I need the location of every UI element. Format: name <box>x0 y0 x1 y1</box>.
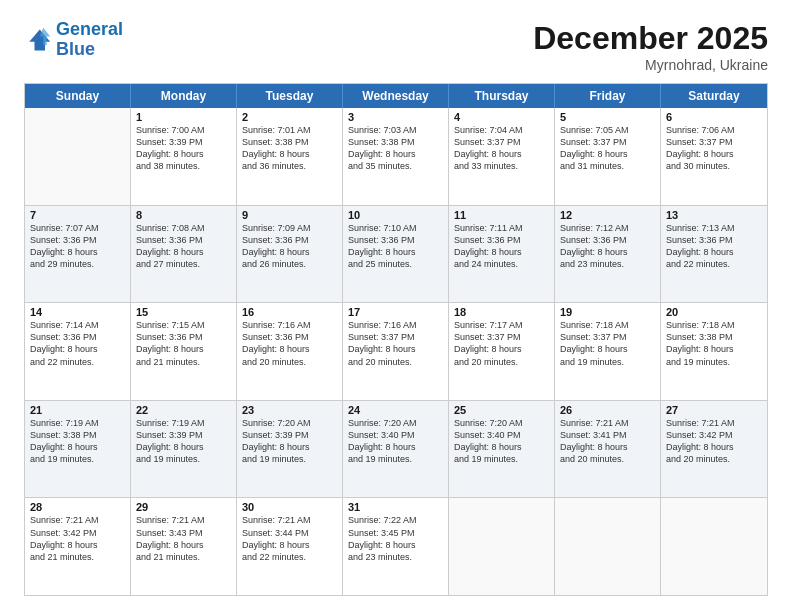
day-info: Sunrise: 7:07 AM Sunset: 3:36 PM Dayligh… <box>30 222 125 271</box>
day-info: Sunrise: 7:09 AM Sunset: 3:36 PM Dayligh… <box>242 222 337 271</box>
day-number: 17 <box>348 306 443 318</box>
day-cell-16: 16Sunrise: 7:16 AM Sunset: 3:36 PM Dayli… <box>237 303 343 400</box>
day-number: 25 <box>454 404 549 416</box>
day-info: Sunrise: 7:21 AM Sunset: 3:44 PM Dayligh… <box>242 514 337 563</box>
day-info: Sunrise: 7:21 AM Sunset: 3:43 PM Dayligh… <box>136 514 231 563</box>
day-number: 1 <box>136 111 231 123</box>
day-number: 2 <box>242 111 337 123</box>
day-info: Sunrise: 7:15 AM Sunset: 3:36 PM Dayligh… <box>136 319 231 368</box>
header-day-tuesday: Tuesday <box>237 84 343 108</box>
day-number: 8 <box>136 209 231 221</box>
day-cell-14: 14Sunrise: 7:14 AM Sunset: 3:36 PM Dayli… <box>25 303 131 400</box>
day-cell-9: 9Sunrise: 7:09 AM Sunset: 3:36 PM Daylig… <box>237 206 343 303</box>
day-number: 21 <box>30 404 125 416</box>
day-number: 9 <box>242 209 337 221</box>
day-number: 13 <box>666 209 762 221</box>
page: General Blue December 2025 Myrnohrad, Uk… <box>0 0 792 612</box>
day-number: 6 <box>666 111 762 123</box>
day-number: 28 <box>30 501 125 513</box>
day-cell-26: 26Sunrise: 7:21 AM Sunset: 3:41 PM Dayli… <box>555 401 661 498</box>
calendar-header: SundayMondayTuesdayWednesdayThursdayFrid… <box>25 84 767 108</box>
day-number: 15 <box>136 306 231 318</box>
day-cell-23: 23Sunrise: 7:20 AM Sunset: 3:39 PM Dayli… <box>237 401 343 498</box>
day-info: Sunrise: 7:06 AM Sunset: 3:37 PM Dayligh… <box>666 124 762 173</box>
title-block: December 2025 Myrnohrad, Ukraine <box>533 20 768 73</box>
logo-line1: General <box>56 19 123 39</box>
month-title: December 2025 <box>533 20 768 57</box>
empty-cell-0-0 <box>25 108 131 205</box>
day-cell-29: 29Sunrise: 7:21 AM Sunset: 3:43 PM Dayli… <box>131 498 237 595</box>
header-day-sunday: Sunday <box>25 84 131 108</box>
empty-cell-4-4 <box>449 498 555 595</box>
day-number: 7 <box>30 209 125 221</box>
logo-icon <box>24 26 52 54</box>
logo: General Blue <box>24 20 123 60</box>
day-info: Sunrise: 7:20 AM Sunset: 3:40 PM Dayligh… <box>454 417 549 466</box>
day-number: 3 <box>348 111 443 123</box>
calendar-row-1: 7Sunrise: 7:07 AM Sunset: 3:36 PM Daylig… <box>25 205 767 303</box>
header-day-wednesday: Wednesday <box>343 84 449 108</box>
logo-text: General Blue <box>56 20 123 60</box>
day-cell-10: 10Sunrise: 7:10 AM Sunset: 3:36 PM Dayli… <box>343 206 449 303</box>
day-info: Sunrise: 7:14 AM Sunset: 3:36 PM Dayligh… <box>30 319 125 368</box>
day-info: Sunrise: 7:05 AM Sunset: 3:37 PM Dayligh… <box>560 124 655 173</box>
day-info: Sunrise: 7:16 AM Sunset: 3:37 PM Dayligh… <box>348 319 443 368</box>
day-cell-25: 25Sunrise: 7:20 AM Sunset: 3:40 PM Dayli… <box>449 401 555 498</box>
day-cell-8: 8Sunrise: 7:08 AM Sunset: 3:36 PM Daylig… <box>131 206 237 303</box>
day-number: 5 <box>560 111 655 123</box>
day-cell-1: 1Sunrise: 7:00 AM Sunset: 3:39 PM Daylig… <box>131 108 237 205</box>
day-number: 19 <box>560 306 655 318</box>
header-day-friday: Friday <box>555 84 661 108</box>
day-cell-31: 31Sunrise: 7:22 AM Sunset: 3:45 PM Dayli… <box>343 498 449 595</box>
day-cell-6: 6Sunrise: 7:06 AM Sunset: 3:37 PM Daylig… <box>661 108 767 205</box>
header-day-thursday: Thursday <box>449 84 555 108</box>
day-info: Sunrise: 7:21 AM Sunset: 3:42 PM Dayligh… <box>30 514 125 563</box>
day-cell-27: 27Sunrise: 7:21 AM Sunset: 3:42 PM Dayli… <box>661 401 767 498</box>
day-info: Sunrise: 7:21 AM Sunset: 3:41 PM Dayligh… <box>560 417 655 466</box>
calendar-row-2: 14Sunrise: 7:14 AM Sunset: 3:36 PM Dayli… <box>25 302 767 400</box>
day-cell-5: 5Sunrise: 7:05 AM Sunset: 3:37 PM Daylig… <box>555 108 661 205</box>
day-cell-28: 28Sunrise: 7:21 AM Sunset: 3:42 PM Dayli… <box>25 498 131 595</box>
day-cell-22: 22Sunrise: 7:19 AM Sunset: 3:39 PM Dayli… <box>131 401 237 498</box>
day-cell-4: 4Sunrise: 7:04 AM Sunset: 3:37 PM Daylig… <box>449 108 555 205</box>
day-cell-19: 19Sunrise: 7:18 AM Sunset: 3:37 PM Dayli… <box>555 303 661 400</box>
day-info: Sunrise: 7:00 AM Sunset: 3:39 PM Dayligh… <box>136 124 231 173</box>
day-info: Sunrise: 7:19 AM Sunset: 3:39 PM Dayligh… <box>136 417 231 466</box>
day-cell-3: 3Sunrise: 7:03 AM Sunset: 3:38 PM Daylig… <box>343 108 449 205</box>
day-info: Sunrise: 7:10 AM Sunset: 3:36 PM Dayligh… <box>348 222 443 271</box>
day-number: 22 <box>136 404 231 416</box>
empty-cell-4-5 <box>555 498 661 595</box>
day-info: Sunrise: 7:08 AM Sunset: 3:36 PM Dayligh… <box>136 222 231 271</box>
day-cell-20: 20Sunrise: 7:18 AM Sunset: 3:38 PM Dayli… <box>661 303 767 400</box>
day-cell-15: 15Sunrise: 7:15 AM Sunset: 3:36 PM Dayli… <box>131 303 237 400</box>
day-info: Sunrise: 7:20 AM Sunset: 3:40 PM Dayligh… <box>348 417 443 466</box>
day-info: Sunrise: 7:18 AM Sunset: 3:38 PM Dayligh… <box>666 319 762 368</box>
day-info: Sunrise: 7:13 AM Sunset: 3:36 PM Dayligh… <box>666 222 762 271</box>
day-info: Sunrise: 7:19 AM Sunset: 3:38 PM Dayligh… <box>30 417 125 466</box>
logo-line2: Blue <box>56 39 95 59</box>
day-number: 4 <box>454 111 549 123</box>
day-cell-18: 18Sunrise: 7:17 AM Sunset: 3:37 PM Dayli… <box>449 303 555 400</box>
day-cell-17: 17Sunrise: 7:16 AM Sunset: 3:37 PM Dayli… <box>343 303 449 400</box>
day-number: 10 <box>348 209 443 221</box>
day-cell-13: 13Sunrise: 7:13 AM Sunset: 3:36 PM Dayli… <box>661 206 767 303</box>
day-number: 14 <box>30 306 125 318</box>
calendar-row-3: 21Sunrise: 7:19 AM Sunset: 3:38 PM Dayli… <box>25 400 767 498</box>
day-number: 29 <box>136 501 231 513</box>
day-info: Sunrise: 7:16 AM Sunset: 3:36 PM Dayligh… <box>242 319 337 368</box>
day-info: Sunrise: 7:22 AM Sunset: 3:45 PM Dayligh… <box>348 514 443 563</box>
day-cell-30: 30Sunrise: 7:21 AM Sunset: 3:44 PM Dayli… <box>237 498 343 595</box>
header: General Blue December 2025 Myrnohrad, Uk… <box>24 20 768 73</box>
day-number: 23 <box>242 404 337 416</box>
day-cell-24: 24Sunrise: 7:20 AM Sunset: 3:40 PM Dayli… <box>343 401 449 498</box>
day-cell-2: 2Sunrise: 7:01 AM Sunset: 3:38 PM Daylig… <box>237 108 343 205</box>
day-number: 11 <box>454 209 549 221</box>
day-cell-11: 11Sunrise: 7:11 AM Sunset: 3:36 PM Dayli… <box>449 206 555 303</box>
day-info: Sunrise: 7:03 AM Sunset: 3:38 PM Dayligh… <box>348 124 443 173</box>
day-number: 30 <box>242 501 337 513</box>
day-number: 27 <box>666 404 762 416</box>
calendar-body: 1Sunrise: 7:00 AM Sunset: 3:39 PM Daylig… <box>25 108 767 595</box>
day-cell-21: 21Sunrise: 7:19 AM Sunset: 3:38 PM Dayli… <box>25 401 131 498</box>
day-info: Sunrise: 7:01 AM Sunset: 3:38 PM Dayligh… <box>242 124 337 173</box>
calendar: SundayMondayTuesdayWednesdayThursdayFrid… <box>24 83 768 596</box>
